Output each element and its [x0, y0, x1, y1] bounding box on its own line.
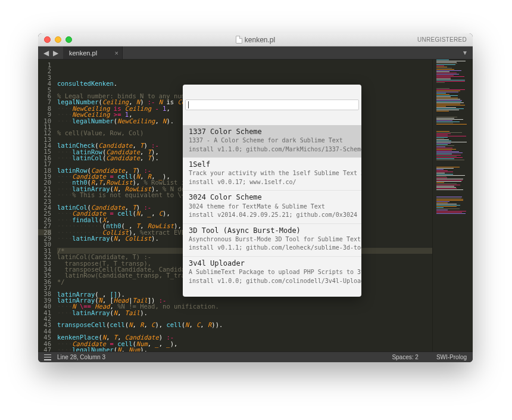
palette-item-install: install v1.0.0; github.com/colinodell/3v… [189, 278, 355, 284]
titlebar: kenken.pl UNREGISTERED [38, 33, 473, 46]
palette-item-subtitle: Track your activity with the 1self Subli… [189, 169, 355, 178]
palette-item-install: install v2014.04.29.09.25.21; github.com… [189, 212, 355, 218]
line-number: 32 [38, 254, 51, 260]
palette-item[interactable]: 1SelfTrack your activity with the 1self … [183, 158, 361, 191]
editor-area: 1234567891011121314151617181920212223242… [38, 60, 473, 351]
palette-item-subtitle: 3024 theme for TextMate & Sublime Text [189, 203, 355, 211]
palette-item-install: install v0.1.1; github.com/leoheck/subli… [189, 245, 355, 251]
palette-item-subtitle: 1337 - A Color Scheme for dark Sublime T… [189, 136, 355, 145]
line-number: 4 [38, 80, 51, 86]
palette-item[interactable]: 3D Tool (Async Burst-Mode)Asynchronous B… [183, 224, 361, 257]
file-icon [236, 36, 242, 43]
minimize-window-button[interactable] [55, 36, 61, 43]
code-editor[interactable]: 1337 Color Scheme1337 - A Color Scheme f… [55, 60, 432, 351]
zoom-window-button[interactable] [65, 36, 72, 43]
minimap[interactable] [432, 60, 473, 351]
code-line[interactable]: transposeCell(cell(N, R, C), cell(N, C, … [57, 322, 432, 328]
nav-arrows: ◀ ▶ [38, 49, 63, 57]
palette-item[interactable]: 1337 Color Scheme1337 - A Color Scheme f… [183, 125, 361, 158]
palette-item[interactable]: 3024 Color Scheme3024 theme for TextMate… [183, 191, 361, 223]
palette-search-input[interactable] [185, 99, 359, 110]
line-number: 47 [38, 347, 51, 351]
line-number: 27 [38, 223, 51, 229]
tabbar: ◀ ▶ kenken.pl × ▼ [38, 46, 473, 60]
palette-item[interactable]: 3v4l UploaderA SublimeText Package to up… [183, 257, 361, 285]
cursor-position[interactable]: Line 28, Column 3 [57, 354, 105, 360]
close-icon[interactable]: × [115, 49, 118, 57]
editor-window: kenken.pl UNREGISTERED ◀ ▶ kenken.pl × ▼… [38, 33, 473, 362]
window-title-text: kenken.pl [245, 36, 275, 44]
syntax-indicator[interactable]: SWI-Prolog [436, 354, 467, 360]
line-number-gutter: 1234567891011121314151617181920212223242… [38, 60, 55, 351]
window-title: kenken.pl [38, 36, 473, 44]
nav-back-button[interactable]: ◀ [42, 49, 50, 57]
code-line[interactable]: ····legalNumber(N, Num), [57, 347, 432, 351]
window-controls [44, 36, 72, 43]
close-window-button[interactable] [44, 36, 51, 43]
palette-item-title: 3v4l Uploader [189, 260, 355, 266]
palette-item-subtitle: Asynchronous Burst-Mode 3D Tool for Subl… [189, 235, 355, 244]
palette-item-install: install v0.0.17; www.1self.co/ [189, 179, 355, 185]
palette-item-title: 1Self [189, 161, 355, 167]
indentation-indicator[interactable]: Spaces: 2 [392, 354, 418, 360]
palette-item-title: 3D Tool (Async Burst-Mode) [189, 228, 355, 234]
unregistered-label: UNREGISTERED [417, 36, 467, 43]
palette-result-list: 1337 Color Scheme1337 - A Color Scheme f… [183, 125, 361, 285]
tab-label: kenken.pl [69, 49, 97, 57]
tab-file[interactable]: kenken.pl × [63, 46, 123, 59]
text-caret [188, 101, 189, 108]
palette-item-install: install v1.1.0; github.com/MarkMichos/13… [189, 147, 355, 153]
palette-item-title: 1337 Color Scheme [189, 129, 355, 135]
line-number: 9 [38, 111, 51, 117]
command-palette: 1337 Color Scheme1337 - A Color Scheme f… [183, 85, 361, 297]
palette-item-title: 3024 Color Scheme [189, 194, 355, 200]
status-bar: Line 28, Column 3 Spaces: 2 SWI-Prolog [38, 351, 473, 362]
palette-item-subtitle: A SublimeText Package to upload PHP Scri… [189, 268, 355, 276]
panel-switcher-icon[interactable] [44, 354, 51, 360]
nav-forward-button[interactable]: ▶ [51, 49, 60, 57]
code-line[interactable]: ····latinArray(N, Tail). [57, 310, 432, 316]
tab-dropdown-icon[interactable]: ▼ [462, 49, 468, 56]
